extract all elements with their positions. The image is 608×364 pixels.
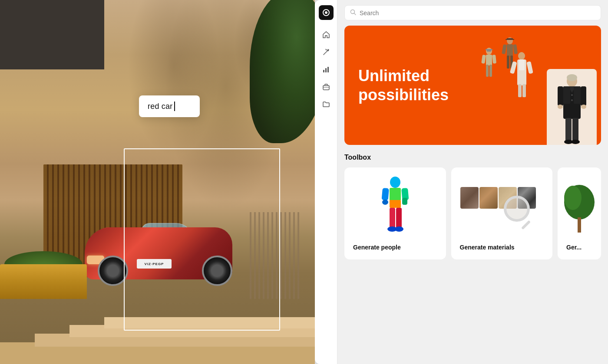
svg-rect-5 xyxy=(325,68,327,72)
generate-people-card[interactable]: Generate people xyxy=(344,167,446,259)
svg-rect-23 xyxy=(486,65,489,77)
hero-figure-2 xyxy=(481,47,497,85)
svg-rect-25 xyxy=(481,55,486,64)
generate-materials-visual xyxy=(460,176,544,237)
left-scene-panel: VIZ·PEGP red car xyxy=(0,0,315,364)
magnifier xyxy=(504,196,539,230)
svg-point-27 xyxy=(518,52,525,60)
svg-rect-6 xyxy=(327,67,329,72)
license-plate: VIZ·PEGP xyxy=(137,259,172,269)
red-car: VIZ·PEGP xyxy=(85,201,241,279)
svg-rect-62 xyxy=(578,217,581,233)
svg-rect-24 xyxy=(489,65,492,77)
image-search-box[interactable]: red car xyxy=(139,95,200,117)
tree-foliage xyxy=(250,0,315,143)
svg-rect-55 xyxy=(402,198,407,205)
main-search-input[interactable] xyxy=(360,10,595,16)
svg-rect-37 xyxy=(563,86,570,104)
svg-point-49 xyxy=(390,177,400,188)
top-search-bar xyxy=(337,0,608,26)
generate-people-visual xyxy=(353,176,437,237)
sidebar-item-analytics[interactable] xyxy=(318,62,334,77)
svg-rect-50 xyxy=(390,188,401,201)
materials-swatches xyxy=(460,178,543,235)
search-icon xyxy=(350,9,356,16)
generate-materials-card[interactable]: Generate materials xyxy=(451,167,553,259)
generate-people-label: Generate people xyxy=(353,244,401,251)
sidebar xyxy=(315,0,337,364)
toolbox-cards-container: Generate people xyxy=(344,167,601,259)
sidebar-item-tools[interactable] xyxy=(318,44,334,60)
svg-point-54 xyxy=(382,200,388,205)
logo-icon xyxy=(323,9,330,16)
svg-line-0 xyxy=(324,51,327,55)
svg-rect-46 xyxy=(572,118,578,142)
svg-rect-45 xyxy=(565,118,572,142)
text-cursor xyxy=(174,102,175,111)
sidebar-item-home[interactable] xyxy=(318,27,334,43)
search-wrapper xyxy=(344,5,601,20)
svg-rect-21 xyxy=(487,49,491,52)
magnifier-circle xyxy=(504,196,530,222)
magnifier-handle xyxy=(521,220,531,230)
svg-point-39 xyxy=(571,94,573,96)
briefcase-icon xyxy=(322,83,330,91)
search-svg xyxy=(350,9,356,15)
svg-rect-4 xyxy=(323,70,324,72)
svg-rect-56 xyxy=(390,208,395,229)
hero-figure-3 xyxy=(512,52,532,102)
toolbox-section: Toolbox xyxy=(337,145,608,259)
svg-rect-13 xyxy=(506,39,514,40)
svg-point-43 xyxy=(558,105,563,109)
svg-rect-15 xyxy=(507,56,509,69)
svg-rect-30 xyxy=(518,84,522,97)
app-logo[interactable] xyxy=(319,5,334,20)
swatch-2 xyxy=(479,187,498,209)
svg-line-2 xyxy=(326,49,327,50)
svg-rect-51 xyxy=(390,200,401,208)
fence xyxy=(250,212,302,299)
svg-rect-33 xyxy=(526,61,533,74)
svg-rect-52 xyxy=(381,188,389,200)
svg-point-61 xyxy=(564,186,582,210)
home-icon xyxy=(322,31,330,39)
svg-point-48 xyxy=(571,140,580,144)
main-content-area: Unlimited possibilities xyxy=(337,0,608,364)
svg-line-10 xyxy=(354,13,356,15)
right-app-panel: Unlimited possibilities xyxy=(315,0,608,364)
svg-rect-57 xyxy=(396,208,402,229)
generate-other-visual xyxy=(566,176,592,237)
svg-point-35 xyxy=(567,74,577,81)
svg-point-40 xyxy=(571,99,573,101)
folder-icon xyxy=(322,100,330,108)
svg-rect-29 xyxy=(519,59,525,70)
hero-card-person xyxy=(547,69,597,145)
generate-materials-label: Generate materials xyxy=(460,244,515,251)
svg-point-44 xyxy=(581,105,586,109)
chart-icon xyxy=(322,66,330,73)
swatch-1 xyxy=(460,187,479,209)
svg-rect-17 xyxy=(502,44,507,54)
step-4 xyxy=(104,317,315,328)
wand-icon xyxy=(322,48,330,56)
toolbox-title: Toolbox xyxy=(344,154,601,161)
hero-title: Unlimited possibilities xyxy=(358,66,449,104)
svg-rect-41 xyxy=(558,86,563,106)
generate-other-label: Ger... xyxy=(566,244,582,251)
planter-box xyxy=(0,264,87,299)
svg-rect-31 xyxy=(522,84,526,97)
svg-point-59 xyxy=(395,226,403,232)
search-query-text: red car xyxy=(148,102,172,111)
svg-rect-26 xyxy=(492,55,496,64)
svg-rect-7 xyxy=(323,85,329,90)
sidebar-item-settings[interactable] xyxy=(318,79,334,95)
sidebar-item-projects[interactable] xyxy=(318,96,334,112)
svg-rect-38 xyxy=(574,86,581,104)
hero-banner: Unlimited possibilities xyxy=(344,26,601,145)
hero-text-block: Unlimited possibilities xyxy=(344,52,463,118)
generate-other-card[interactable]: Ger... xyxy=(558,167,601,259)
svg-rect-22 xyxy=(486,55,492,66)
svg-rect-42 xyxy=(581,86,586,106)
